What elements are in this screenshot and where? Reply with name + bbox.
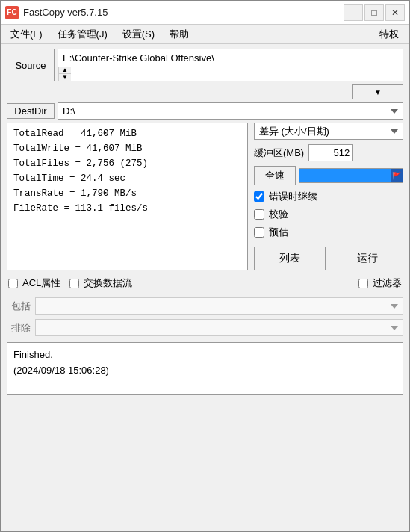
filter-checkbox[interactable] bbox=[358, 279, 368, 288]
right-panel: 差异 (大小/日期) 缓冲区(MB) 全速 🚩 bbox=[254, 123, 403, 270]
maximize-button[interactable]: □ bbox=[364, 4, 384, 21]
verify-label: 校验 bbox=[269, 208, 288, 221]
menu-help[interactable]: 帮助 bbox=[163, 25, 196, 43]
source-dropdown-btn[interactable]: ▼ bbox=[352, 84, 403, 99]
list-button[interactable]: 列表 bbox=[254, 247, 326, 270]
acl-row: ACL属性 bbox=[8, 276, 60, 290]
buffer-input[interactable] bbox=[308, 144, 353, 161]
stat-total-read: TotalRead = 41,607 MiB bbox=[13, 126, 241, 141]
continue-on-error-checkbox[interactable] bbox=[254, 191, 264, 202]
source-scroll-btns: ▲ ▼ bbox=[58, 66, 403, 81]
exchange-label: 交换数据流 bbox=[84, 276, 132, 290]
title-bar-controls: — □ ✕ bbox=[344, 4, 405, 21]
estimate-label: 预估 bbox=[269, 226, 288, 239]
bottom-controls: ACL属性 交换数据流 过滤器 bbox=[7, 273, 403, 293]
estimate-checkbox[interactable] bbox=[254, 227, 264, 238]
include-select[interactable] bbox=[35, 297, 403, 315]
menu-items: 文件(F) 任务管理(J) 设置(S) 帮助 bbox=[4, 25, 196, 43]
speed-slider-fill bbox=[299, 169, 403, 182]
exclude-select[interactable] bbox=[35, 319, 403, 336]
include-label: 包括 bbox=[7, 300, 31, 313]
stat-trans-rate: TransRate = 1,790 MB/s bbox=[13, 186, 241, 201]
menu-bar: 文件(F) 任务管理(J) 设置(S) 帮助 特权 bbox=[1, 25, 409, 44]
menu-file[interactable]: 文件(F) bbox=[4, 25, 49, 43]
source-scroll-down[interactable]: ▼ bbox=[59, 74, 71, 81]
speed-flag-icon: 🚩 bbox=[391, 169, 403, 182]
include-filter-row: 包括 bbox=[7, 297, 403, 315]
stat-total-write: TotalWrite = 41,607 MiB bbox=[13, 141, 241, 156]
menu-task[interactable]: 任务管理(J) bbox=[51, 25, 114, 43]
estimate-row: 预估 bbox=[254, 226, 403, 239]
speed-slider[interactable]: 🚩 bbox=[299, 168, 403, 183]
stat-file-rate: FileRate = 113.1 files/s bbox=[13, 201, 241, 216]
action-row: 列表 运行 bbox=[254, 247, 403, 270]
log-area: Finished. (2024/09/18 15:06:28) bbox=[7, 342, 403, 395]
main-content: Source ▲ ▼ ▼ DestDir D:\ TotalRead bbox=[1, 44, 409, 531]
app-window: FC FastCopy ver5.7.15 — □ ✕ 文件(F) 任务管理(J… bbox=[0, 0, 410, 532]
menu-special[interactable]: 特权 bbox=[372, 26, 406, 43]
verify-checkbox[interactable] bbox=[254, 209, 264, 220]
stats-panel: TotalRead = 41,607 MiB TotalWrite = 41,6… bbox=[7, 123, 248, 270]
speed-button[interactable]: 全速 bbox=[254, 166, 296, 185]
acl-label: ACL属性 bbox=[22, 276, 60, 290]
source-path-container: ▲ ▼ bbox=[58, 49, 403, 81]
source-path-input[interactable] bbox=[58, 49, 403, 66]
mode-select-row: 差异 (大小/日期) bbox=[254, 123, 403, 140]
exchange-checkbox[interactable] bbox=[69, 279, 79, 288]
exclude-label: 排除 bbox=[7, 321, 31, 335]
dest-row: DestDir D:\ bbox=[7, 102, 403, 120]
log-line-1: Finished. bbox=[13, 347, 397, 363]
speed-row: 全速 🚩 bbox=[254, 166, 403, 185]
title-bar-text: FastCopy ver5.7.15 bbox=[23, 7, 344, 18]
acl-checkbox[interactable] bbox=[8, 279, 18, 288]
log-line-2: (2024/09/18 15:06:28) bbox=[13, 363, 397, 379]
title-bar: FC FastCopy ver5.7.15 — □ ✕ bbox=[1, 1, 409, 25]
continue-on-error-row: 错误时继续 bbox=[254, 190, 403, 203]
close-button[interactable]: ✕ bbox=[385, 4, 405, 21]
dest-select[interactable]: D:\ bbox=[58, 102, 403, 120]
buffer-label: 缓冲区(MB) bbox=[254, 146, 304, 160]
mode-select[interactable]: 差异 (大小/日期) bbox=[254, 123, 403, 140]
continue-on-error-label: 错误时继续 bbox=[269, 190, 317, 203]
run-button[interactable]: 运行 bbox=[332, 247, 403, 270]
filter-label: 过滤器 bbox=[373, 276, 402, 290]
dest-label: DestDir bbox=[7, 103, 55, 119]
menu-settings[interactable]: 设置(S) bbox=[116, 25, 161, 43]
source-dropdown-row: ▼ bbox=[7, 84, 403, 99]
stat-total-files: TotalFiles = 2,756 (275) bbox=[13, 156, 241, 171]
exclude-filter-row: 排除 bbox=[7, 319, 403, 336]
app-icon: FC bbox=[5, 6, 19, 19]
middle-section: TotalRead = 41,607 MiB TotalWrite = 41,6… bbox=[7, 123, 403, 270]
source-scroll-up[interactable]: ▲ bbox=[59, 66, 71, 74]
buffer-row: 缓冲区(MB) bbox=[254, 144, 403, 161]
source-button[interactable]: Source bbox=[7, 49, 55, 81]
verify-row: 校验 bbox=[254, 208, 403, 221]
minimize-button[interactable]: — bbox=[344, 4, 363, 21]
stat-total-time: TotalTime = 24.4 sec bbox=[13, 171, 241, 186]
source-row: Source ▲ ▼ bbox=[7, 49, 403, 81]
exchange-row: 交换数据流 bbox=[69, 276, 132, 290]
filter-row: 过滤器 bbox=[358, 276, 402, 290]
